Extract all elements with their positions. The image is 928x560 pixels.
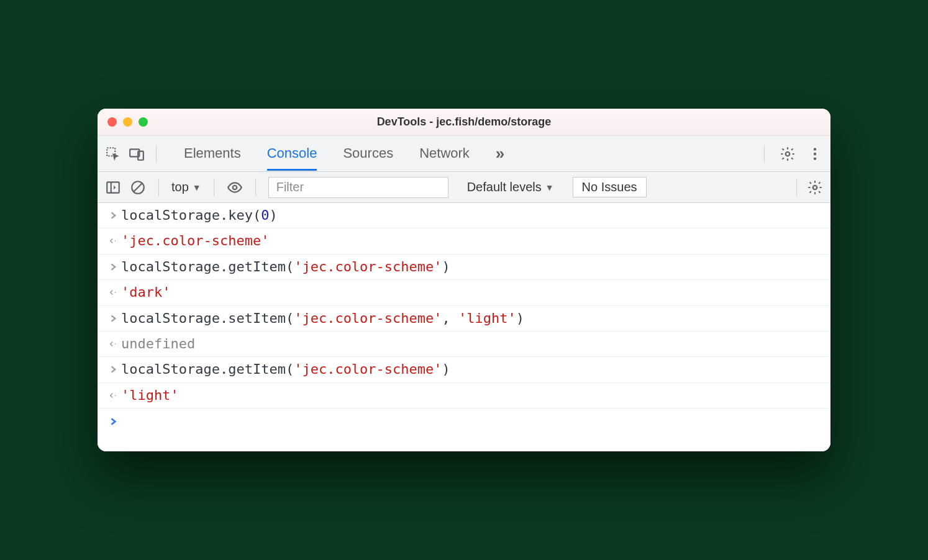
minimize-window-button[interactable] [123, 117, 132, 127]
inspect-element-icon[interactable] [105, 146, 121, 162]
traffic-lights [107, 117, 148, 127]
kebab-menu-icon[interactable] [807, 146, 823, 162]
separator [764, 145, 765, 163]
console-input-row: localStorage.getItem('jec.color-scheme') [98, 357, 830, 382]
code-line[interactable]: 'dark' [121, 284, 170, 300]
toggle-sidebar-icon[interactable] [105, 179, 121, 196]
code-line[interactable]: localStorage.getItem('jec.color-scheme') [121, 259, 450, 275]
settings-icon[interactable] [780, 146, 796, 162]
separator [158, 179, 159, 196]
svg-point-3 [786, 151, 790, 156]
device-toolbar-icon[interactable] [129, 146, 145, 162]
devtools-window: DevTools - jec.fish/demo/storage Element… [98, 109, 830, 451]
svg-point-15 [115, 343, 116, 345]
svg-point-12 [813, 185, 817, 189]
code-line[interactable]: localStorage.key(0) [121, 207, 278, 224]
tabbar-right [760, 145, 823, 163]
code-line[interactable]: localStorage.setItem('jec.color-scheme',… [121, 310, 524, 327]
titlebar: DevTools - jec.fish/demo/storage [98, 109, 830, 136]
filter-input[interactable] [268, 177, 448, 198]
prompt-chevron-icon [106, 413, 121, 426]
tab-sources[interactable]: Sources [343, 137, 393, 171]
dropdown-caret-icon: ▼ [545, 183, 554, 192]
levels-label: Default levels [467, 180, 542, 194]
clear-console-icon[interactable] [130, 179, 146, 196]
svg-point-5 [814, 152, 816, 155]
input-chevron-icon [106, 207, 121, 220]
issues-button[interactable]: No Issues [573, 177, 647, 197]
separator [214, 179, 214, 196]
tab-console[interactable]: Console [267, 137, 317, 171]
input-chevron-icon [106, 310, 121, 323]
toolbar-right [793, 179, 823, 196]
separator [796, 179, 797, 196]
tab-network[interactable]: Network [419, 137, 470, 171]
code-line[interactable]: localStorage.getItem('jec.color-scheme') [121, 361, 450, 377]
console-toolbar: top ▼ Default levels ▼ No Issues [98, 172, 830, 203]
svg-point-6 [814, 157, 816, 160]
svg-rect-7 [107, 182, 119, 192]
svg-point-16 [115, 395, 116, 396]
output-chevron-icon [106, 284, 121, 297]
maximize-window-button[interactable] [139, 117, 148, 127]
svg-point-14 [115, 292, 116, 293]
console-input-row: localStorage.getItem('jec.color-scheme') [98, 255, 830, 280]
console-output-row: 'jec.color-scheme' [98, 228, 830, 254]
context-label: top [171, 180, 189, 194]
panel-tabs: Elements Console Sources Network » [184, 137, 754, 171]
console-input-row: localStorage.setItem('jec.color-scheme',… [98, 306, 830, 332]
tabbar-left [105, 145, 160, 163]
console-prompt[interactable] [98, 409, 830, 431]
console-settings-icon[interactable] [807, 179, 823, 196]
input-chevron-icon [106, 259, 121, 271]
code-line[interactable]: 'light' [121, 387, 179, 404]
console-output-row: 'light' [98, 383, 830, 409]
output-chevron-icon [106, 387, 121, 400]
live-expression-icon[interactable] [227, 179, 243, 196]
svg-point-11 [232, 185, 237, 189]
separator [255, 179, 256, 196]
tab-elements[interactable]: Elements [184, 137, 241, 171]
code-line[interactable]: 'jec.color-scheme' [121, 233, 269, 249]
dropdown-caret-icon: ▼ [193, 183, 201, 192]
close-window-button[interactable] [107, 117, 117, 127]
input-chevron-icon [106, 361, 121, 374]
separator [156, 145, 157, 163]
window-title: DevTools - jec.fish/demo/storage [98, 115, 830, 129]
svg-point-13 [115, 241, 116, 242]
console-output: localStorage.key(0)'jec.color-scheme'loc… [98, 203, 830, 451]
output-chevron-icon [106, 336, 121, 348]
main-tabbar: Elements Console Sources Network » [98, 136, 830, 172]
context-selector[interactable]: top ▼ [171, 180, 201, 194]
console-output-row: undefined [98, 332, 830, 357]
svg-point-4 [814, 148, 816, 150]
console-input-row: localStorage.key(0) [98, 203, 830, 228]
code-line[interactable]: undefined [121, 336, 195, 352]
log-levels-selector[interactable]: Default levels ▼ [467, 180, 554, 194]
console-output-row: 'dark' [98, 280, 830, 305]
output-chevron-icon [106, 233, 121, 245]
svg-line-10 [134, 183, 142, 191]
more-tabs-icon[interactable]: » [496, 144, 504, 163]
